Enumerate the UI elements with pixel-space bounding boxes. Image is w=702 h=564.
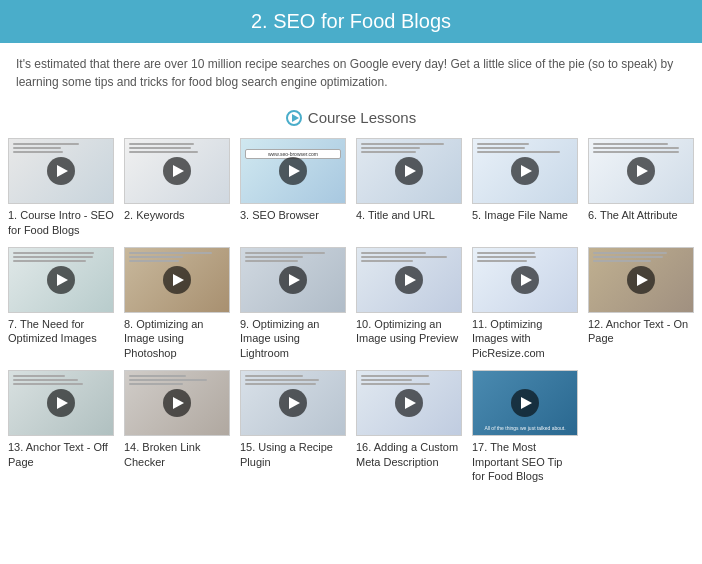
lesson-thumbnail[interactable] (240, 370, 346, 436)
play-button[interactable] (395, 266, 423, 294)
play-button[interactable] (279, 389, 307, 417)
lesson-item: 13. Anchor Text - Off Page (8, 370, 114, 483)
lesson-label: 15. Using a Recipe Plugin (240, 440, 346, 469)
lessons-grid: 1. Course Intro - SEO for Food Blogs2. K… (0, 138, 702, 495)
lesson-item: 8. Optimizing an Image using Photoshop (124, 247, 230, 360)
lesson-thumbnail[interactable] (124, 370, 230, 436)
lesson-item: 9. Optimizing an Image using Lightroom (240, 247, 346, 360)
lesson-thumbnail[interactable] (124, 247, 230, 313)
play-button[interactable] (511, 266, 539, 294)
lesson-thumbnail[interactable] (356, 247, 462, 313)
lesson-item: 5. Image File Name (472, 138, 578, 237)
lesson-label: 9. Optimizing an Image using Lightroom (240, 317, 346, 360)
lesson-item: All of the things we just talked about.1… (472, 370, 578, 483)
lesson-label: 10. Optimizing an Image using Preview (356, 317, 462, 346)
lesson-item: 2. Keywords (124, 138, 230, 237)
lesson-item: 12. Anchor Text - On Page (588, 247, 694, 360)
lesson-label: 6. The Alt Attribute (588, 208, 678, 222)
lesson-thumbnail[interactable] (356, 370, 462, 436)
lesson-label: 2. Keywords (124, 208, 185, 222)
course-lessons-header: Course Lessons (0, 109, 702, 126)
lesson-thumbnail[interactable]: www.seo-browser.com (240, 138, 346, 204)
lesson-label: 17. The Most Important SEO Tip for Food … (472, 440, 578, 483)
lesson-item: 11. Optimizing Images with PicResize.com (472, 247, 578, 360)
lesson-label: 5. Image File Name (472, 208, 568, 222)
lesson-item: 1. Course Intro - SEO for Food Blogs (8, 138, 114, 237)
lesson-label: 4. Title and URL (356, 208, 435, 222)
play-button[interactable] (279, 157, 307, 185)
lesson-label: 1. Course Intro - SEO for Food Blogs (8, 208, 114, 237)
lesson-thumbnail[interactable] (240, 247, 346, 313)
play-button[interactable] (47, 389, 75, 417)
lesson-label: 14. Broken Link Checker (124, 440, 230, 469)
play-circle-icon (286, 110, 302, 126)
lesson-label: 3. SEO Browser (240, 208, 319, 222)
lesson-label: 8. Optimizing an Image using Photoshop (124, 317, 230, 360)
lesson-item: 6. The Alt Attribute (588, 138, 694, 237)
lesson-label: 13. Anchor Text - Off Page (8, 440, 114, 469)
lesson-item: 16. Adding a Custom Meta Description (356, 370, 462, 483)
lesson-thumbnail[interactable] (124, 138, 230, 204)
course-lessons-label: Course Lessons (308, 109, 416, 126)
lesson-label: 7. The Need for Optimized Images (8, 317, 114, 346)
lesson-thumbnail[interactable] (356, 138, 462, 204)
lesson-thumbnail[interactable] (8, 138, 114, 204)
lesson-thumbnail[interactable] (8, 247, 114, 313)
play-button[interactable] (47, 157, 75, 185)
lesson-thumbnail[interactable]: All of the things we just talked about. (472, 370, 578, 436)
play-button[interactable] (511, 157, 539, 185)
play-button[interactable] (163, 157, 191, 185)
page-title: 2. SEO for Food Blogs (0, 0, 702, 43)
lesson-item: 7. The Need for Optimized Images (8, 247, 114, 360)
play-button[interactable] (163, 389, 191, 417)
play-button[interactable] (279, 266, 307, 294)
lesson-label: 11. Optimizing Images with PicResize.com (472, 317, 578, 360)
lesson-item: www.seo-browser.com3. SEO Browser (240, 138, 346, 237)
lesson-item: 15. Using a Recipe Plugin (240, 370, 346, 483)
page-description: It's estimated that there are over 10 mi… (0, 43, 702, 103)
play-button[interactable] (627, 266, 655, 294)
play-button[interactable] (395, 389, 423, 417)
lesson-thumbnail[interactable] (472, 247, 578, 313)
lesson-label: 16. Adding a Custom Meta Description (356, 440, 462, 469)
play-button[interactable] (163, 266, 191, 294)
play-button[interactable] (395, 157, 423, 185)
lesson-thumbnail[interactable] (588, 138, 694, 204)
lesson-item: 10. Optimizing an Image using Preview (356, 247, 462, 360)
play-button[interactable] (511, 389, 539, 417)
lesson-item: 14. Broken Link Checker (124, 370, 230, 483)
lesson-thumbnail[interactable] (588, 247, 694, 313)
play-button[interactable] (627, 157, 655, 185)
lesson-thumbnail[interactable] (8, 370, 114, 436)
lesson-label: 12. Anchor Text - On Page (588, 317, 694, 346)
play-button[interactable] (47, 266, 75, 294)
lesson-thumbnail[interactable] (472, 138, 578, 204)
lesson-item: 4. Title and URL (356, 138, 462, 237)
